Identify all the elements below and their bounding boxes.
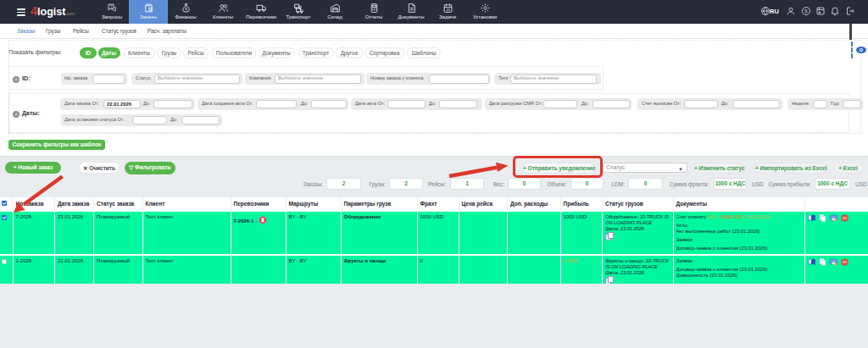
svg-text:S: S [804,8,808,14]
svg-text:?: ? [109,4,112,8]
svg-text:23: 23 [446,8,449,12]
svg-text:$: $ [185,7,187,11]
